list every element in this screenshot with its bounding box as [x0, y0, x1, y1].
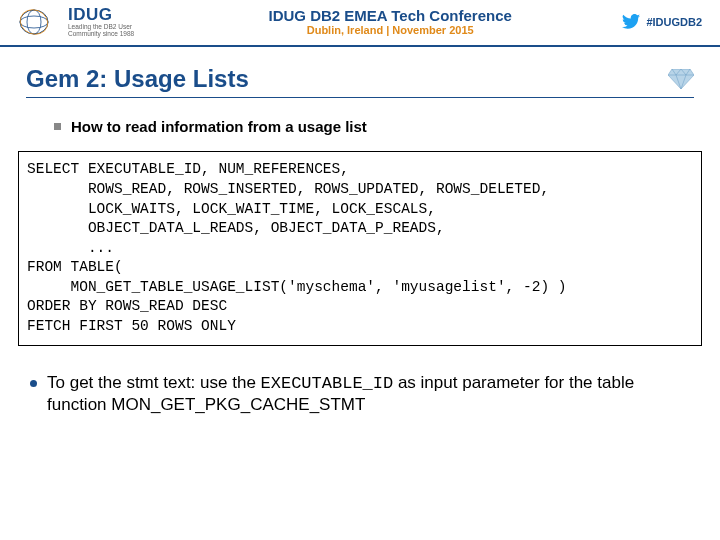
conference-title: IDUG DB2 EMEA Tech Conference [158, 7, 622, 24]
slide-title-text: Gem 2: Usage Lists [26, 65, 249, 92]
globe-logo-icon [18, 7, 60, 37]
slide-title: Gem 2: Usage Lists [26, 65, 694, 98]
twitter-icon [622, 14, 640, 29]
logo-text: IDUG Leading the DB2 User Community sinc… [68, 6, 158, 37]
svg-point-3 [18, 7, 51, 37]
logo-tagline: Leading the DB2 User Community since 198… [68, 24, 158, 38]
dot-bullet-icon [30, 380, 37, 387]
note-text: To get the stmt text: use the EXECUTABLE… [47, 372, 684, 416]
slide-header: IDUG Leading the DB2 User Community sinc… [0, 0, 720, 47]
sql-code-block: SELECT EXECUTABLE_ID, NUM_REFERENCES, RO… [18, 151, 702, 345]
svg-point-0 [20, 10, 48, 34]
svg-point-1 [20, 16, 48, 28]
hashtag: #IDUGDB2 [646, 16, 702, 28]
slide-content: Gem 2: Usage Lists How to read informati… [0, 47, 720, 425]
bullet-item: How to read information from a usage lis… [54, 118, 694, 135]
logo-name: IDUG [68, 6, 158, 24]
header-left: IDUG Leading the DB2 User Community sinc… [18, 6, 158, 37]
note-item: To get the stmt text: use the EXECUTABLE… [30, 372, 694, 416]
note-prefix: To get the stmt text: use the [47, 373, 261, 392]
svg-marker-4 [668, 69, 694, 89]
conference-subtitle: Dublin, Ireland | November 2015 [158, 24, 622, 36]
header-right: #IDUGDB2 [622, 14, 702, 29]
bullet-text: How to read information from a usage lis… [71, 118, 367, 135]
note-mono: EXECUTABLE_ID [261, 374, 394, 393]
header-center: IDUG DB2 EMEA Tech Conference Dublin, Ir… [158, 7, 622, 36]
diamond-icon [668, 69, 694, 89]
svg-point-2 [27, 10, 41, 34]
square-bullet-icon [54, 123, 61, 130]
